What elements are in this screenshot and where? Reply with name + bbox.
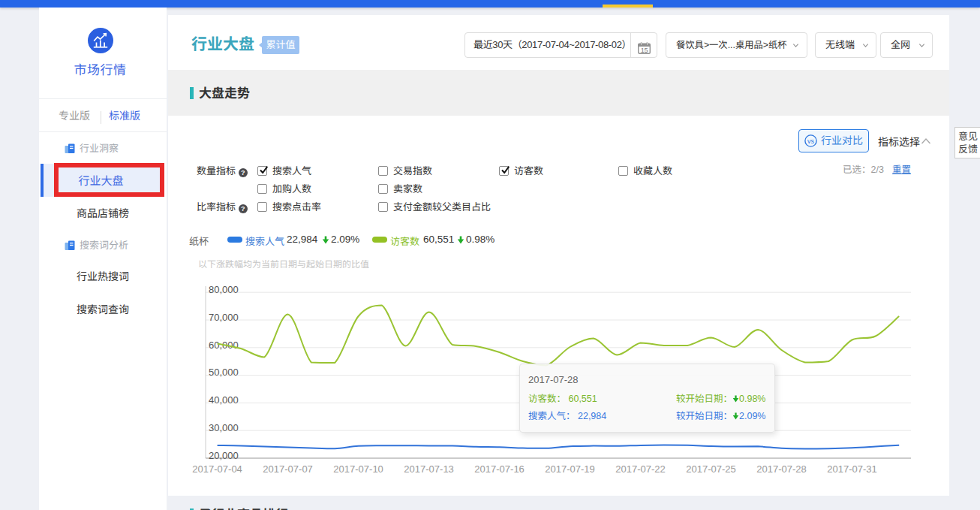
svg-text:15: 15 — [641, 47, 648, 54]
svg-text:50,000: 50,000 — [209, 367, 239, 378]
svg-text:20,000: 20,000 — [209, 450, 239, 461]
svg-text:80,000: 80,000 — [209, 284, 239, 295]
svg-text:vs: vs — [807, 137, 815, 145]
svg-text:2017-07-22: 2017-07-22 — [615, 463, 666, 475]
svg-text:2017-07-10: 2017-07-10 — [333, 463, 383, 475]
svg-text:2017-07-16: 2017-07-16 — [474, 463, 525, 475]
svg-text:30,000: 30,000 — [209, 422, 239, 433]
svg-text:2017-07-28: 2017-07-28 — [756, 463, 807, 475]
svg-text:2017-07-04: 2017-07-04 — [192, 463, 242, 475]
svg-text:2017-07-13: 2017-07-13 — [404, 463, 454, 475]
svg-text:2017-07-19: 2017-07-19 — [545, 463, 595, 475]
svg-text:40,000: 40,000 — [209, 394, 239, 406]
svg-text:2017-07-07: 2017-07-07 — [263, 463, 313, 475]
svg-text:70,000: 70,000 — [209, 312, 239, 323]
svg-text:2017-07-25: 2017-07-25 — [686, 463, 736, 475]
svg-text:2017-07-31: 2017-07-31 — [827, 463, 877, 475]
